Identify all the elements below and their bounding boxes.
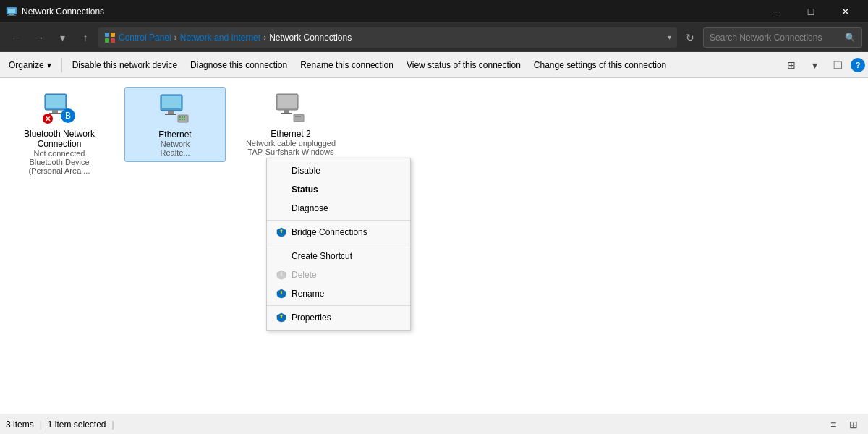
- svg-rect-7: [111, 38, 115, 43]
- toolbar-right: ⊞ ▾ ❏ ?: [781, 55, 865, 75]
- diagnose-icon: [276, 203, 287, 214]
- window-icon: [6, 6, 17, 17]
- bluetooth-name: Bluetooth Network Connection: [13, 129, 106, 149]
- bluetooth-device: Bluetooth Device (Personal Area ...: [13, 158, 106, 175]
- svg-rect-26: [184, 119, 185, 120]
- svg-rect-23: [184, 116, 185, 118]
- ethernet-device: Realte...: [161, 148, 190, 157]
- refresh-button[interactable]: ↻: [680, 27, 700, 48]
- view-status-button[interactable]: View status of this connection: [401, 55, 527, 75]
- svg-rect-3: [7, 15, 16, 16]
- bluetooth-status: Not connected: [34, 149, 85, 158]
- svg-rect-32: [295, 116, 297, 117]
- svg-rect-21: [179, 116, 181, 118]
- ethernet2-status: Network cable unplugged: [246, 139, 336, 148]
- change-settings-button[interactable]: Change settings of this connection: [528, 55, 672, 75]
- svg-rect-22: [182, 116, 183, 118]
- window-controls: ─ □ ✕: [760, 0, 862, 23]
- svg-text:B: B: [65, 111, 71, 121]
- breadcrumb-item-control-panel[interactable]: Control Panel: [119, 33, 171, 43]
- svg-rect-33: [297, 116, 299, 117]
- status-list-view-button[interactable]: ≡: [825, 416, 842, 433]
- minimize-button[interactable]: ─: [760, 0, 793, 23]
- status-grid-view-button[interactable]: ⊞: [845, 416, 862, 433]
- back-button[interactable]: ←: [6, 27, 26, 48]
- ctx-diagnose[interactable]: Diagnose: [267, 199, 410, 218]
- maximize-button[interactable]: □: [794, 0, 827, 23]
- toolbar: Organize ▾ Disable this network device D…: [0, 52, 868, 78]
- bluetooth-icon-wrap: B ✕: [42, 91, 77, 126]
- svg-rect-6: [105, 38, 109, 43]
- status-bar-right: ≡ ⊞: [825, 416, 862, 433]
- disable-icon: [276, 165, 287, 176]
- items-count: 3 items: [6, 420, 34, 430]
- forward-button[interactable]: →: [29, 27, 49, 48]
- svg-rect-17: [162, 96, 181, 109]
- ethernet-status: Network: [161, 140, 190, 148]
- svg-rect-25: [182, 119, 183, 120]
- search-icon: 🔍: [845, 33, 856, 43]
- context-menu: Disable Status Diagnose Bridge Connectio…: [266, 158, 411, 331]
- breadcrumb-item-network[interactable]: Network and Internet: [180, 33, 260, 43]
- svg-rect-1: [8, 9, 15, 13]
- status-sep-2: |: [112, 420, 114, 430]
- view-arrow-button[interactable]: ▾: [804, 55, 825, 75]
- delete-shield-icon: [276, 269, 287, 281]
- svg-rect-34: [299, 116, 301, 117]
- svg-rect-24: [179, 119, 181, 120]
- svg-rect-9: [46, 95, 65, 108]
- disable-button[interactable]: Disable this network device: [67, 55, 183, 75]
- svg-rect-19: [165, 114, 176, 115]
- status-sep-1: |: [40, 420, 42, 430]
- ctx-delete[interactable]: Delete: [267, 265, 410, 284]
- up-button[interactable]: ↑: [75, 27, 95, 48]
- svg-rect-5: [111, 33, 115, 37]
- ctx-shortcut[interactable]: Create Shortcut: [267, 247, 410, 265]
- properties-shield-icon: [276, 312, 287, 323]
- diagnose-button[interactable]: Diagnose this connection: [184, 55, 293, 75]
- search-input[interactable]: [710, 33, 845, 43]
- ctx-sep-3: [267, 305, 410, 306]
- svg-rect-29: [284, 110, 289, 113]
- down-button[interactable]: ▾: [52, 27, 72, 48]
- svg-rect-31: [294, 114, 304, 122]
- control-panel-icon: [104, 32, 116, 43]
- svg-rect-10: [52, 110, 58, 113]
- network-item-bluetooth[interactable]: B ✕ Bluetooth Network Connection Not con…: [9, 87, 110, 179]
- ctx-properties[interactable]: Properties: [267, 308, 410, 327]
- address-bar: ← → ▾ ↑ Control Panel › Network and Inte…: [0, 23, 868, 52]
- rename-button[interactable]: Rename this connection: [294, 55, 399, 75]
- ctx-disable[interactable]: Disable: [267, 161, 410, 180]
- ethernet2-pc-icon: [273, 91, 308, 126]
- view-toggle-button[interactable]: ⊞: [781, 55, 801, 75]
- shortcut-icon: [276, 250, 287, 262]
- close-button[interactable]: ✕: [829, 0, 862, 23]
- breadcrumb-item-connections: Network Connections: [269, 33, 352, 43]
- main-content: B ✕ Bluetooth Network Connection Not con…: [0, 78, 868, 414]
- ctx-status[interactable]: Status: [267, 180, 410, 199]
- ctx-rename[interactable]: Rename: [267, 284, 410, 303]
- svg-rect-11: [49, 113, 61, 114]
- network-item-ethernet2[interactable]: Ethernet 2 Network cable unplugged TAP-S…: [240, 87, 341, 169]
- ctx-sep-2: [267, 244, 410, 244]
- ctx-bridge[interactable]: Bridge Connections: [267, 223, 410, 242]
- ctx-sep-1: [267, 220, 410, 221]
- ethernet-name: Ethernet: [158, 129, 191, 140]
- status-bar: 3 items | 1 item selected | ≡ ⊞: [0, 414, 868, 434]
- window-title: Network Connections: [22, 7, 760, 17]
- svg-rect-4: [105, 33, 109, 37]
- title-bar: Network Connections ─ □ ✕: [0, 0, 868, 23]
- pane-button[interactable]: ❏: [827, 55, 848, 75]
- svg-text:✕: ✕: [45, 115, 51, 123]
- ethernet-pc-icon: [158, 92, 192, 127]
- ethernet2-name: Ethernet 2: [271, 129, 310, 139]
- svg-rect-28: [278, 95, 297, 108]
- organize-button[interactable]: Organize ▾: [3, 55, 57, 75]
- ethernet-icon-wrap: [158, 92, 192, 127]
- breadcrumb[interactable]: Control Panel › Network and Internet › N…: [98, 27, 677, 48]
- network-item-ethernet[interactable]: Ethernet Network Realte...: [124, 87, 226, 162]
- search-box[interactable]: 🔍: [703, 27, 862, 48]
- svg-rect-2: [9, 14, 14, 15]
- help-button[interactable]: ?: [851, 58, 865, 72]
- ethernet2-icon-wrap: [273, 91, 308, 126]
